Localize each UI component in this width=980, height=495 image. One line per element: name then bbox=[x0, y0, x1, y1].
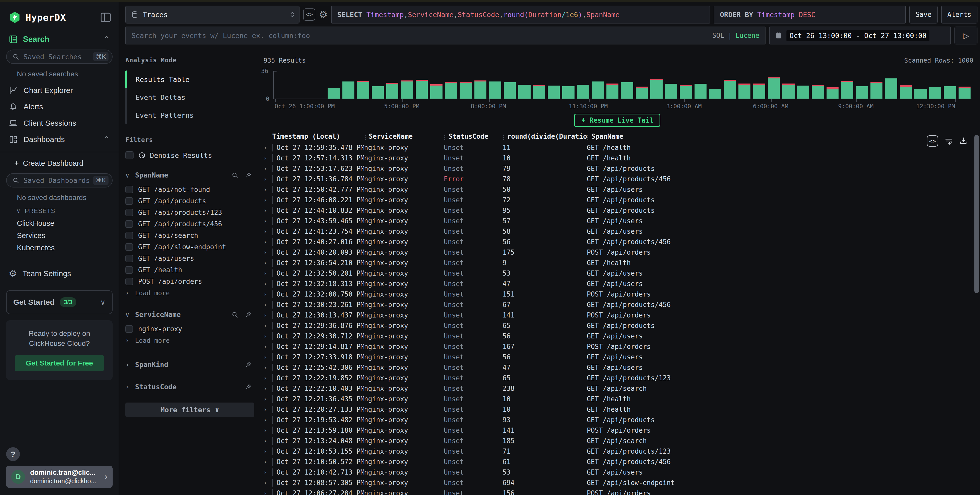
pin-icon[interactable] bbox=[245, 361, 252, 368]
checkbox[interactable] bbox=[126, 278, 133, 285]
table-row[interactable]: ›Oct 27 12:22:19.852 PMnginx-proxyUnset6… bbox=[261, 372, 974, 383]
filter-group-header[interactable]: ∨ SpanName bbox=[126, 171, 254, 179]
create-dashboard-button[interactable]: + Create Dashboard bbox=[0, 152, 119, 167]
analysis-mode-results-table[interactable]: Results Table bbox=[126, 70, 254, 88]
pin-icon[interactable] bbox=[245, 384, 252, 390]
search-icon[interactable] bbox=[231, 311, 239, 318]
load-more-button[interactable]: › Load more bbox=[126, 334, 254, 346]
table-row[interactable]: ›Oct 27 12:22:10.403 PMnginx-proxyUnset2… bbox=[261, 383, 974, 393]
filter-group-header[interactable]: ∨ ServiceName bbox=[126, 310, 254, 318]
table-row[interactable]: ›Oct 27 12:44:10.832 PMnginx-proxyUnset9… bbox=[261, 205, 974, 216]
denoise-results-toggle[interactable]: Denoise Results bbox=[126, 151, 254, 159]
table-row[interactable]: ›Oct 27 12:30:13.437 PMnginx-proxyUnset1… bbox=[261, 310, 974, 320]
column-header-duration[interactable]: round(divide(Duration, bbox=[503, 132, 587, 140]
checkbox[interactable] bbox=[126, 255, 133, 262]
saved-dashboards-input[interactable]: Saved Dashboards ⌘K bbox=[6, 173, 113, 188]
table-row[interactable]: ›Oct 27 12:46:08.221 PMnginx-proxyUnset7… bbox=[261, 195, 974, 205]
table-row[interactable]: ›Oct 27 12:10:53.155 PMnginx-proxyUnset7… bbox=[261, 446, 974, 457]
sidebar-collapse-icon[interactable] bbox=[100, 13, 111, 22]
run-query-button[interactable]: ▷ bbox=[955, 27, 977, 45]
help-button[interactable]: ? bbox=[6, 447, 20, 461]
presets-toggle[interactable]: ∨ PRESETS bbox=[0, 202, 119, 215]
analysis-mode-event-patterns[interactable]: Event Patterns bbox=[126, 106, 254, 124]
date-range-picker[interactable]: Oct 26 13:00:00 - Oct 27 13:00:00 bbox=[769, 27, 951, 45]
search-icon[interactable] bbox=[231, 172, 239, 179]
sidebar-item-search[interactable]: Search ⌃ bbox=[0, 35, 119, 44]
table-row[interactable]: ›Oct 27 12:06:27.284 PMnginx-proxyUnset1… bbox=[261, 488, 974, 495]
filter-value-row[interactable]: POST /api/orders bbox=[126, 275, 254, 287]
language-sql-option[interactable]: SQL bbox=[712, 32, 724, 39]
table-row[interactable]: ›Oct 27 12:08:57.305 PMnginx-proxyUnset6… bbox=[261, 477, 974, 488]
table-row[interactable]: ›Oct 27 12:57:14.313 PMnginx-proxyUnset1… bbox=[261, 153, 974, 163]
table-row[interactable]: ›Oct 27 12:32:08.750 PMnginx-proxyUnset1… bbox=[261, 289, 974, 299]
checkbox[interactable] bbox=[126, 209, 133, 216]
checkbox[interactable] bbox=[126, 151, 134, 159]
filter-group-header[interactable]: › StatusCode bbox=[126, 383, 254, 391]
chevron-up-icon[interactable]: ⌃ bbox=[103, 137, 110, 142]
filter-value-row[interactable]: GET /api/products/123 bbox=[126, 207, 254, 218]
scrollbar-thumb[interactable] bbox=[974, 135, 979, 293]
table-row[interactable]: ›Oct 27 12:30:23.261 PMnginx-proxyUnset6… bbox=[261, 299, 974, 310]
checkbox[interactable] bbox=[126, 232, 133, 239]
filter-value-row[interactable]: GET /api/users bbox=[126, 253, 254, 264]
sidebar-item-alerts[interactable]: Alerts bbox=[0, 99, 119, 115]
pin-icon[interactable] bbox=[245, 172, 252, 179]
get-started-widget[interactable]: Get Started 3/3 ∨ bbox=[6, 290, 113, 314]
sidebar-item-dashboards[interactable]: Dashboards ⌃ bbox=[0, 131, 119, 148]
select-clause-editor[interactable]: SELECT Timestamp,ServiceName,StatusCode,… bbox=[331, 6, 710, 24]
column-header-timestamp[interactable]: Timestamp (Local) bbox=[272, 132, 364, 140]
table-row[interactable]: ›Oct 27 12:59:35.478 PMnginx-proxyUnset1… bbox=[261, 142, 974, 153]
language-lucene-option[interactable]: Lucene bbox=[735, 32, 759, 39]
code-mode-button[interactable]: <> bbox=[303, 8, 315, 21]
checkbox[interactable] bbox=[126, 325, 133, 333]
table-row[interactable]: ›Oct 27 12:25:42.306 PMnginx-proxyUnset4… bbox=[261, 362, 974, 372]
preset-item-clickhouse[interactable]: ClickHouse bbox=[0, 217, 119, 229]
checkbox[interactable] bbox=[126, 186, 133, 193]
user-menu[interactable]: D dominic.tran@clic... dominic.tran@clic… bbox=[6, 466, 113, 488]
chevron-up-icon[interactable]: ⌃ bbox=[103, 37, 110, 42]
checkbox[interactable] bbox=[126, 220, 133, 228]
table-row[interactable]: ›Oct 27 12:29:14.817 PMnginx-proxyUnset1… bbox=[261, 341, 974, 352]
table-row[interactable]: ›Oct 27 12:41:23.754 PMnginx-proxyUnset5… bbox=[261, 226, 974, 237]
table-row[interactable]: ›Oct 27 12:29:30.712 PMnginx-proxyUnset5… bbox=[261, 331, 974, 341]
filter-value-row[interactable]: GET /health bbox=[126, 264, 254, 275]
language-toggle[interactable]: SQL | Lucene bbox=[712, 32, 759, 39]
table-row[interactable]: ›Oct 27 12:36:54.210 PMnginx-proxyUnset9… bbox=[261, 258, 974, 268]
table-row[interactable]: ›Oct 27 12:32:18.313 PMnginx-proxyUnset4… bbox=[261, 279, 974, 289]
chart-plot[interactable]: 36 0 bbox=[273, 71, 972, 99]
get-started-free-button[interactable]: Get Started for Free bbox=[15, 355, 104, 371]
more-filters-button[interactable]: More filters ∨ bbox=[126, 403, 254, 417]
table-row[interactable]: ›Oct 27 12:20:27.133 PMnginx-proxyUnset1… bbox=[261, 404, 974, 415]
pin-icon[interactable] bbox=[245, 311, 252, 318]
analysis-mode-event-deltas[interactable]: Event Deltas bbox=[126, 88, 254, 106]
table-row[interactable]: ›Oct 27 12:10:42.713 PMnginx-proxyUnset5… bbox=[261, 467, 974, 477]
table-row[interactable]: ›Oct 27 12:32:58.201 PMnginx-proxyUnset5… bbox=[261, 268, 974, 279]
saved-searches-input[interactable]: Saved Searches ⌘K bbox=[6, 49, 113, 64]
table-row[interactable]: ›Oct 27 12:13:59.180 PMnginx-proxyUnset1… bbox=[261, 425, 974, 436]
table-row[interactable]: ›Oct 27 12:40:20.093 PMnginx-proxyUnset1… bbox=[261, 247, 974, 258]
table-row[interactable]: ›Oct 27 12:21:36.435 PMnginx-proxyUnset1… bbox=[261, 393, 974, 404]
table-row[interactable]: ›Oct 27 12:50:42.777 PMnginx-proxyUnset5… bbox=[261, 184, 974, 195]
filter-value-row[interactable]: GET /api/search bbox=[126, 230, 254, 241]
search-input[interactable]: Search your events w/ Lucene ex. column:… bbox=[126, 27, 765, 45]
save-button[interactable]: Save bbox=[909, 6, 938, 24]
resume-live-tail-button[interactable]: Resume Live Tail bbox=[574, 114, 660, 127]
column-header-spanname[interactable]: SpanName bbox=[587, 132, 974, 140]
table-row[interactable]: ›Oct 27 12:27:33.918 PMnginx-proxyUnset5… bbox=[261, 352, 974, 362]
sidebar-item-chart-explorer[interactable]: Chart Explorer bbox=[0, 82, 119, 99]
table-row[interactable]: ›Oct 27 12:51:36.784 PMnginx-proxyError7… bbox=[261, 173, 974, 184]
preset-item-services[interactable]: Services bbox=[0, 229, 119, 242]
column-header-statuscode[interactable]: StatusCode bbox=[444, 132, 503, 140]
filter-value-row[interactable]: GET /api/slow-endpoint bbox=[126, 241, 254, 253]
checkbox[interactable] bbox=[126, 197, 133, 205]
table-row[interactable]: ›Oct 27 12:10:50.572 PMnginx-proxyUnset6… bbox=[261, 457, 974, 467]
load-more-button[interactable]: › Load more bbox=[126, 287, 254, 299]
sidebar-item-team-settings[interactable]: ⚙ Team Settings bbox=[0, 268, 119, 279]
table-row[interactable]: ›Oct 27 12:13:24.048 PMnginx-proxyUnset1… bbox=[261, 436, 974, 446]
filter-value-row[interactable]: nginx-proxy bbox=[126, 323, 254, 334]
alerts-button[interactable]: Alerts bbox=[941, 6, 977, 24]
checkbox[interactable] bbox=[126, 266, 133, 274]
table-row[interactable]: ›Oct 27 12:53:17.623 PMnginx-proxyUnset7… bbox=[261, 163, 974, 173]
table-row[interactable]: ›Oct 27 12:43:59.465 PMnginx-proxyUnset5… bbox=[261, 216, 974, 226]
filter-value-row[interactable]: GET /api/products bbox=[126, 195, 254, 207]
